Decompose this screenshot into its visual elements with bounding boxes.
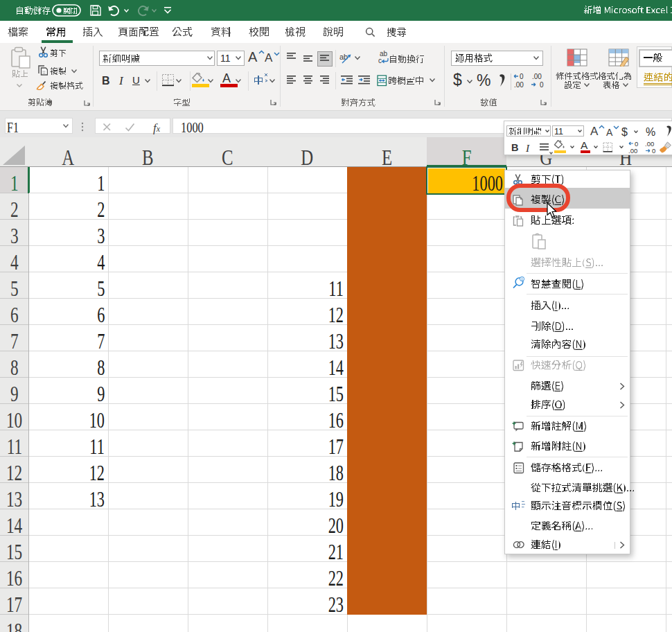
svg-text:.00: .00 — [532, 73, 542, 80]
svg-text:.00: .00 — [645, 140, 654, 148]
svg-text:c: c — [378, 57, 382, 64]
svg-text:0: 0 — [635, 140, 638, 148]
svg-text:.00: .00 — [514, 81, 524, 89]
svg-text:0: 0 — [540, 81, 544, 89]
svg-text:.00: .00 — [628, 147, 637, 154]
svg-text:0: 0 — [652, 147, 655, 154]
svg-text:ab: ab — [339, 53, 348, 61]
svg-text:0: 0 — [520, 73, 524, 80]
